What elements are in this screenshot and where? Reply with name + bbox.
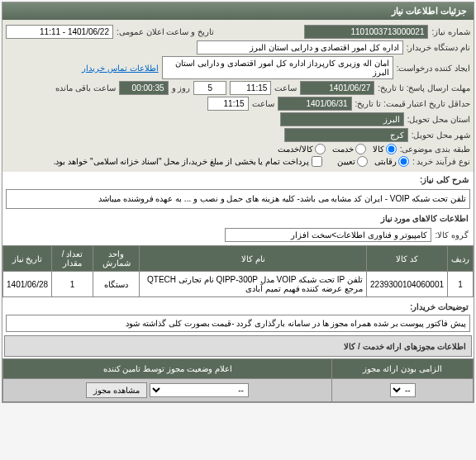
th-status: اعلام وضعیت مجوز توسط تامین کننده (3, 359, 332, 379)
th-mandatory: الزامی بودن ارائه مجوز (332, 359, 474, 379)
desc-title-box: تلفن تحت شبکه VOIP - ایران کد مشابه می ب… (6, 189, 470, 209)
radio-competitive-input[interactable] (398, 156, 409, 167)
permits-table: الزامی بودن ارائه مجوز اعلام وضعیت مجوز … (2, 358, 474, 402)
td-name: تلفن IP تحت شبکه VOIP مدل QIPP-300P نام … (140, 272, 367, 297)
buyer-org-label: نام دستگاه خریدار: (407, 43, 470, 52)
th-qty: تعداد / مقدار (52, 246, 93, 272)
process-radio-group: رقابتی تعیین (337, 156, 409, 167)
th-code: کد کالا (367, 246, 448, 272)
deadline-time-field: 11:15 (230, 81, 271, 95)
td-date: 1401/06/28 (3, 272, 52, 297)
desc-title-label: شرح کلی نیاز: (420, 175, 469, 184)
td-unit: دستگاه (93, 272, 140, 297)
validity-time-field: 11:15 (207, 97, 249, 111)
main-panel: جزئیات اطلاعات نیاز شماره نیاز: 11010037… (2, 2, 474, 403)
items-table: ردیف کد کالا نام کالا واحد شمارش تعداد /… (2, 245, 474, 297)
classify-label: طبقه بندی موضوعی: (400, 145, 470, 154)
permit-row: -- -- مشاهده مجوز (3, 379, 474, 402)
days-field: 5 (193, 81, 226, 95)
group-field: کامپیوتر و فناوری اطلاعات>سخت افزار (225, 228, 431, 242)
city-label: شهر محل تحویل: (412, 130, 470, 140)
process-label: نوع فرآیند خرید : (412, 157, 470, 166)
classify-radio-both[interactable]: کالا/خدمت (278, 144, 326, 154)
validity-label: حداقل تاریخ اعتبار قیمت: تا تاریخ: (355, 99, 470, 108)
payment-checkbox-input[interactable] (312, 156, 322, 167)
classify-radio-service[interactable]: خدمت (332, 144, 366, 154)
footer-bar: اطلاعات مجوزهای ارائه خدمت / کالا (4, 335, 472, 357)
process-radio-competitive[interactable]: رقابتی (374, 156, 409, 167)
status-select[interactable]: -- (150, 383, 249, 397)
th-unit: واحد شمارش (93, 246, 140, 272)
radio-both-input[interactable] (315, 144, 326, 154)
process-radio-assigned[interactable]: تعیین (337, 156, 368, 167)
province-label: استان محل تحویل: (407, 115, 470, 124)
deadline-label: مهلت ارسال پاسخ: تا تاریخ: (378, 83, 470, 92)
city-field: کرج (284, 128, 408, 142)
td-mandatory: -- (332, 379, 474, 402)
province-field: البرز (280, 112, 404, 126)
public-announce-label: تاریخ و ساعت اعلان عمومی: (117, 27, 214, 36)
remain-time-field: 00:00:35 (119, 81, 169, 95)
radio-assigned-label: تعیین (337, 157, 355, 166)
notes-label: توضیحات خریدار: (410, 302, 469, 311)
th-name: نام کالا (140, 246, 367, 272)
time-label-1: ساعت (274, 83, 297, 92)
td-code: 2239300104060001 (367, 272, 448, 297)
requester-field: امان اله وزیری کارپرداز اداره کل امور اق… (162, 56, 393, 79)
days-label: روز و (172, 83, 191, 92)
td-qty: 1 (52, 272, 93, 297)
payment-checkbox-label: پرداخت تمام یا بخشی از مبلغ خرید،از محل … (54, 157, 309, 166)
need-no-field: 1101003713000021 (304, 25, 428, 39)
panel-header: جزئیات اطلاعات نیاز (2, 2, 474, 20)
remain-label: ساعت باقی مانده (55, 83, 116, 92)
th-row: ردیف (448, 246, 474, 272)
group-label: گروه کالا: (435, 230, 469, 239)
buyer-org-field: اداره کل امور اقتصادی و دارایی استان الب… (197, 40, 403, 55)
contact-link[interactable]: اطلاعات تماس خریدار (82, 64, 159, 73)
radio-goods-input[interactable] (386, 144, 397, 154)
td-row: 1 (448, 272, 474, 297)
radio-goods-label: کالا (373, 145, 384, 154)
form-area: شماره نیاز: 1101003713000021 تاریخ و ساع… (2, 20, 474, 172)
footer-title: اطلاعات مجوزهای ارائه خدمت / کالا (344, 342, 466, 351)
time-label-2: ساعت (252, 99, 274, 108)
radio-assigned-input[interactable] (357, 156, 368, 167)
radio-both-label: کالا/خدمت (278, 145, 313, 154)
classify-radio-goods[interactable]: کالا (373, 144, 397, 154)
classify-radio-group: کالا خدمت کالا/خدمت (278, 144, 397, 154)
radio-service-label: خدمت (332, 145, 354, 154)
items-title: اطلاعات کالاهای مورد نیاز (381, 214, 469, 223)
public-announce-field: 1401/06/22 - 11:11 (6, 25, 113, 39)
td-status: -- مشاهده مجوز (3, 379, 332, 402)
validity-date-field: 1401/06/31 (278, 97, 352, 111)
table-row: 1 2239300104060001 تلفن IP تحت شبکه VOIP… (3, 272, 474, 297)
radio-competitive-label: رقابتی (374, 157, 397, 166)
need-no-label: شماره نیاز: (431, 27, 470, 36)
deadline-date-field: 1401/06/27 (300, 81, 374, 95)
mandatory-select[interactable]: -- (390, 383, 416, 397)
payment-checkbox[interactable]: پرداخت تمام یا بخشی از مبلغ خرید،از محل … (54, 156, 322, 167)
th-date: تاریخ نیاز (3, 246, 52, 272)
radio-service-input[interactable] (355, 144, 366, 154)
requester-label: ایجاد کننده درخواست: (397, 64, 470, 73)
notes-box: پیش فاکتور پیوست بر شده همراه مجوز ها در… (6, 315, 470, 332)
view-permit-button[interactable]: مشاهده مجوز (86, 382, 147, 398)
